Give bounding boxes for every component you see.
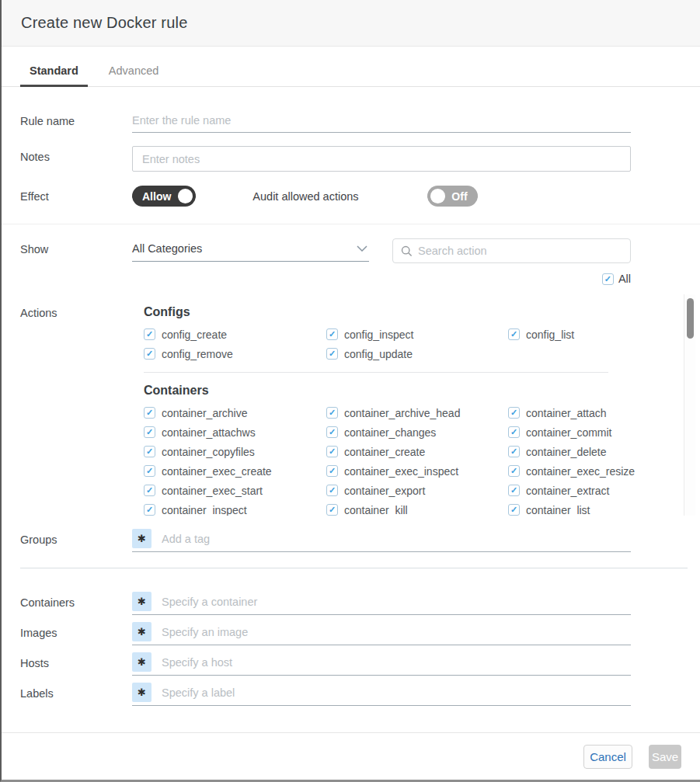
save-button[interactable]: Save xyxy=(649,745,681,769)
action-checkbox-label: config_list xyxy=(526,328,574,341)
action-checkbox[interactable] xyxy=(326,465,338,477)
action-checkbox[interactable] xyxy=(144,328,155,340)
groups-row: Groups ✱ xyxy=(2,529,700,552)
action-checkbox[interactable] xyxy=(508,407,520,419)
action-item: container_changes xyxy=(326,426,508,438)
category-select[interactable]: All Categories xyxy=(132,238,369,262)
tabbar: Standard Advanced xyxy=(2,47,700,87)
action-item: container_delete xyxy=(508,446,677,457)
action-checkbox[interactable] xyxy=(508,446,520,457)
action-checkbox-label: container_archive_head xyxy=(344,407,460,419)
effect-toggle[interactable]: Allow xyxy=(132,186,196,207)
action-item: container_commit xyxy=(508,426,677,438)
chevron-down-icon xyxy=(357,245,367,252)
action-group: Configs config_create config_inspect con… xyxy=(144,305,677,360)
action-checkbox-label: container_attachws xyxy=(162,426,256,439)
toggle-knob xyxy=(430,189,445,203)
tag-asterisk-icon: ✱ xyxy=(132,529,151,548)
actions-scroll-area[interactable]: Configs config_create config_inspect con… xyxy=(132,294,700,516)
hosts-tag-input[interactable] xyxy=(162,656,631,669)
action-checkbox[interactable] xyxy=(508,465,520,477)
labels-label: Labels xyxy=(20,683,132,700)
action-checkbox[interactable] xyxy=(326,504,338,516)
modal-footer: Cancel Save xyxy=(2,732,700,780)
action-checkbox-label: config_remove xyxy=(162,348,233,360)
tab-standard[interactable]: Standard xyxy=(20,58,88,87)
select-all-label: All xyxy=(618,273,631,285)
tag-asterisk-icon: ✱ xyxy=(132,622,151,641)
action-checkbox[interactable] xyxy=(144,446,155,457)
action-checkbox-label: config_inspect xyxy=(344,328,414,341)
action-checkbox-label: container_export xyxy=(344,485,425,497)
notes-input[interactable] xyxy=(132,146,631,172)
groups-divider xyxy=(20,568,688,568)
scrollbar-track[interactable] xyxy=(684,294,695,516)
action-checkbox[interactable] xyxy=(144,485,155,496)
scrollbar-thumb[interactable] xyxy=(687,298,694,339)
action-checkbox[interactable] xyxy=(326,446,338,457)
page-title: Create new Docker rule xyxy=(21,14,188,32)
action-item: container_attachws xyxy=(144,426,326,438)
category-select-value: All Categories xyxy=(132,242,202,255)
effect-row: Effect Allow Audit allowed actions Off xyxy=(2,186,700,207)
action-checkbox[interactable] xyxy=(144,426,155,438)
action-item: container_archive xyxy=(144,407,326,419)
action-checkbox[interactable] xyxy=(508,504,520,516)
search-icon xyxy=(401,245,413,257)
search-box xyxy=(392,238,631,263)
modal-header: Create new Docker rule xyxy=(2,0,700,47)
containers-tag-input[interactable] xyxy=(162,596,631,608)
create-docker-rule-modal: Create new Docker rule Standard Advanced… xyxy=(0,0,700,782)
action-checkbox-label: container_exec_inspect xyxy=(344,465,458,478)
action-checkbox-label: container_delete xyxy=(526,446,607,458)
images-label: Images xyxy=(20,622,132,639)
audit-toggle-value: Off xyxy=(451,190,467,203)
hosts-label: Hosts xyxy=(20,652,132,669)
action-item: container_exec_inspect xyxy=(326,465,508,477)
action-item: container_extract xyxy=(508,485,677,496)
action-checkbox[interactable] xyxy=(326,485,338,496)
action-checkbox[interactable] xyxy=(144,504,155,516)
notes-label: Notes xyxy=(20,146,132,163)
labels-row: Labels ✱ xyxy=(2,683,700,706)
tag-asterisk-icon: ✱ xyxy=(132,592,151,611)
labels-tag-input[interactable] xyxy=(162,686,631,699)
action-item: container_attach xyxy=(508,407,677,419)
action-checkbox[interactable] xyxy=(144,465,155,477)
action-checkbox[interactable] xyxy=(508,328,520,340)
audit-toggle[interactable]: Off xyxy=(427,186,477,207)
action-item: container_archive_head xyxy=(326,407,508,419)
action-checkbox[interactable] xyxy=(326,407,338,419)
effect-toggle-value: Allow xyxy=(142,190,171,203)
action-checkbox-label: container_changes xyxy=(344,426,436,439)
action-item: container_exec_create xyxy=(144,465,326,477)
select-all-checkbox[interactable] xyxy=(602,273,614,285)
action-checkbox[interactable] xyxy=(326,426,338,438)
action-checkbox-label: container_exec_resize xyxy=(526,465,635,478)
action-item: container_exec_start xyxy=(144,485,326,496)
action-item: config_update xyxy=(326,348,508,360)
action-checkbox[interactable] xyxy=(508,426,520,438)
action-item: container_kill xyxy=(326,504,508,516)
action-checkbox[interactable] xyxy=(326,348,338,360)
action-checkbox-label: container_copyfiles xyxy=(162,446,255,458)
action-checkbox-label: container_list xyxy=(526,504,590,516)
action-checkbox[interactable] xyxy=(508,485,520,496)
rule-name-input[interactable] xyxy=(132,110,631,133)
actions-row: Actions Configs config_create config_ins… xyxy=(2,294,700,516)
action-group-title: Configs xyxy=(144,305,677,319)
groups-label: Groups xyxy=(20,529,132,546)
search-input[interactable] xyxy=(418,245,622,257)
containers-row: Containers ✱ xyxy=(2,592,700,615)
action-grid: container_archive container_archive_head… xyxy=(144,407,677,516)
images-tag-input[interactable] xyxy=(162,626,631,638)
tab-advanced[interactable]: Advanced xyxy=(99,58,169,87)
toggle-knob xyxy=(178,189,193,203)
action-item: container_exec_resize xyxy=(508,465,677,477)
action-checkbox[interactable] xyxy=(144,348,155,360)
groups-tag-input[interactable] xyxy=(162,533,631,545)
action-checkbox[interactable] xyxy=(144,407,155,419)
hosts-row: Hosts ✱ xyxy=(2,652,700,676)
action-checkbox[interactable] xyxy=(326,328,338,340)
cancel-button[interactable]: Cancel xyxy=(583,745,632,769)
